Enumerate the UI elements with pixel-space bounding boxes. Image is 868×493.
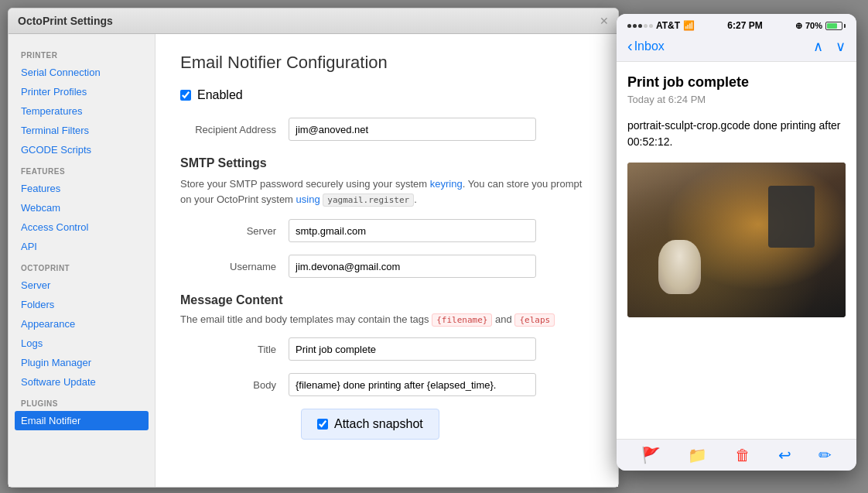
title-input[interactable] xyxy=(289,337,536,361)
trash-button[interactable]: 🗑 xyxy=(735,447,750,464)
sidebar-item-temperatures[interactable]: Temperatures xyxy=(9,101,155,121)
sidebar-item-folders[interactable]: Folders xyxy=(9,295,155,314)
signal-dot-1 xyxy=(627,24,631,28)
signal-dot-2 xyxy=(633,24,637,28)
flag-button[interactable]: 🚩 xyxy=(641,446,661,464)
ios-overlay: AT&T 📶 6:27 PM ⊕ 70% ‹ Inbox ∧ ∨ Print j… xyxy=(617,14,856,471)
signal-dot-3 xyxy=(638,24,642,28)
username-input[interactable] xyxy=(289,255,536,278)
status-right: ⊕ 70% xyxy=(795,21,846,31)
sidebar-item-api[interactable]: API xyxy=(9,237,155,256)
inbox-label: Inbox xyxy=(634,39,665,53)
sidebar-item-server[interactable]: Server xyxy=(9,276,155,295)
compose-button[interactable]: ✏ xyxy=(818,446,832,464)
sidebar-item-appearance[interactable]: Appearance xyxy=(9,314,155,334)
battery-body xyxy=(825,22,842,30)
filename-tag: {filename} xyxy=(432,313,492,327)
back-chevron-icon: ‹ xyxy=(627,37,633,55)
enabled-label[interactable]: Enabled xyxy=(197,88,243,102)
reply-button[interactable]: ↩ xyxy=(778,446,791,464)
window-body: PRINTER Serial Connection Printer Profil… xyxy=(9,34,618,487)
close-button[interactable]: ✕ xyxy=(600,15,609,27)
elapsed-tag: {elaps xyxy=(514,313,555,327)
nav-down-button[interactable]: ∨ xyxy=(836,38,846,55)
enabled-checkbox[interactable] xyxy=(180,90,191,101)
settings-window: OctoPrint Settings ✕ PRINTER Serial Conn… xyxy=(8,8,619,488)
server-row: Server xyxy=(180,219,593,242)
message-description: The email title and body templates may c… xyxy=(180,313,593,325)
keyring-link[interactable]: keyring xyxy=(430,178,463,190)
sidebar-item-webcam[interactable]: Webcam xyxy=(9,198,155,217)
body-label: Body xyxy=(180,379,289,391)
page-title: Email Notifier Configuration xyxy=(180,53,593,73)
smtp-description: Store your SMTP password securely using … xyxy=(180,176,593,207)
ios-bottom-toolbar: 🚩 📁 🗑 ↩ ✏ xyxy=(617,439,856,471)
main-content: Email Notifier Configuration Enabled Rec… xyxy=(155,34,618,487)
folder-button[interactable]: 📁 xyxy=(688,446,707,464)
recipient-label: Recipient Address xyxy=(180,124,289,135)
using-link[interactable]: using xyxy=(296,193,320,205)
battery-fill xyxy=(827,23,837,29)
sidebar-section-printer: PRINTER xyxy=(9,43,155,63)
sidebar: PRINTER Serial Connection Printer Profil… xyxy=(9,34,155,487)
recipient-input[interactable] xyxy=(289,118,536,141)
ios-email-content: Print job complete Today at 6:24 PM port… xyxy=(617,62,856,439)
attach-snapshot-label[interactable]: Attach snapshot xyxy=(334,417,423,431)
sculpture-shape xyxy=(658,240,701,294)
email-date: Today at 6:24 PM xyxy=(627,94,846,105)
battery-percent: 70% xyxy=(805,21,822,30)
title-label: Title xyxy=(180,344,289,355)
body-row: Body xyxy=(180,373,593,396)
attach-snapshot-checkbox[interactable] xyxy=(317,419,328,430)
server-input[interactable] xyxy=(289,219,536,242)
ios-status-bar: AT&T 📶 6:27 PM ⊕ 70% xyxy=(617,14,856,34)
carrier-label: AT&T xyxy=(656,20,680,31)
recipient-row: Recipient Address xyxy=(180,118,593,141)
title-row: Title xyxy=(180,337,593,361)
sidebar-item-software-update[interactable]: Software Update xyxy=(9,372,155,392)
email-body-text: portrait-sculpt-crop.gcode done printing… xyxy=(627,118,846,150)
signal-dot-5 xyxy=(649,24,653,28)
ios-back-button[interactable]: ‹ Inbox xyxy=(627,37,665,55)
status-time: 6:27 PM xyxy=(727,20,762,31)
attach-snapshot-row: Attach snapshot xyxy=(301,409,439,440)
sidebar-item-gcode-scripts[interactable]: GCODE Scripts xyxy=(9,140,155,159)
message-section-heading: Message Content xyxy=(180,293,593,307)
sidebar-item-access-control[interactable]: Access Control xyxy=(9,217,155,237)
body-input[interactable] xyxy=(289,373,536,396)
battery-tip xyxy=(844,24,846,28)
ios-nav-bar: ‹ Inbox ∧ ∨ xyxy=(617,34,856,62)
smtp-section-heading: SMTP Settings xyxy=(180,156,593,170)
username-row: Username xyxy=(180,255,593,278)
sidebar-section-features: FEATURES xyxy=(9,159,155,179)
battery-icon xyxy=(825,22,846,30)
sidebar-item-terminal-filters[interactable]: Terminal Filters xyxy=(9,121,155,140)
signal-dots xyxy=(627,24,653,28)
yagmail-code: yagmail.register xyxy=(323,193,414,207)
enabled-row: Enabled xyxy=(180,88,593,102)
email-print-image xyxy=(627,163,846,317)
printer-head-shape xyxy=(768,186,815,248)
sidebar-item-serial-connection[interactable]: Serial Connection xyxy=(9,63,155,82)
sidebar-item-printer-profiles[interactable]: Printer Profiles xyxy=(9,82,155,101)
sidebar-item-plugin-manager[interactable]: Plugin Manager xyxy=(9,353,155,372)
sidebar-item-features[interactable]: Features xyxy=(9,179,155,198)
signal-dot-4 xyxy=(644,24,648,28)
username-label: Username xyxy=(180,261,289,272)
smtp-desc-part1: Store your SMTP password securely using … xyxy=(180,178,427,190)
server-label: Server xyxy=(180,225,289,237)
nav-up-button[interactable]: ∧ xyxy=(813,38,823,55)
window-titlebar: OctoPrint Settings ✕ xyxy=(9,9,618,34)
wifi-icon: 📶 xyxy=(683,20,695,31)
sidebar-item-email-notifier[interactable]: Email Notifier xyxy=(15,411,149,430)
location-icon: ⊕ xyxy=(795,21,802,31)
ios-nav-actions: ∧ ∨ xyxy=(813,38,846,55)
sidebar-section-plugins: PLUGINS xyxy=(9,392,155,411)
window-title: OctoPrint Settings xyxy=(18,15,113,27)
email-subject: Print job complete xyxy=(627,74,846,91)
sidebar-item-logs[interactable]: Logs xyxy=(9,334,155,353)
sidebar-section-octoprint: OCTOPRINT xyxy=(9,256,155,276)
status-left: AT&T 📶 xyxy=(627,20,695,31)
